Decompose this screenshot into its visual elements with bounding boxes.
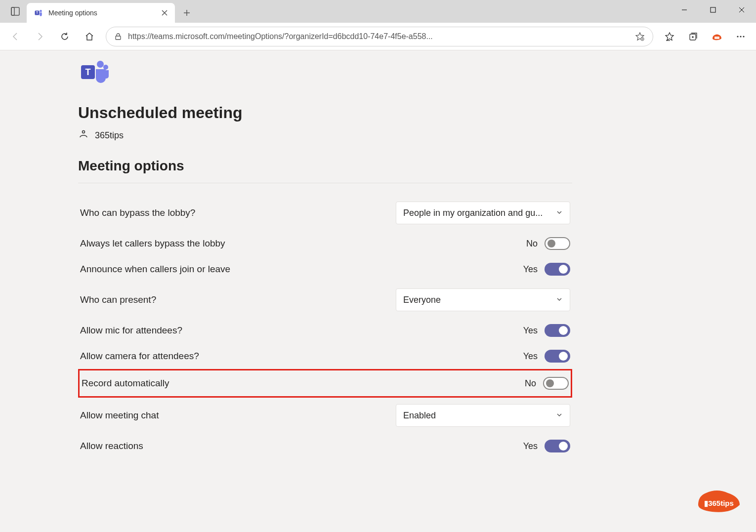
chevron-down-icon xyxy=(556,208,563,218)
toggle-label: Yes xyxy=(523,326,538,336)
teams-logo-icon: T xyxy=(78,57,110,87)
option-allow-camera: Allow camera for attendees? Yes xyxy=(78,343,572,369)
toggle-label: No xyxy=(525,378,536,389)
favorites-button[interactable] xyxy=(658,25,681,48)
minimize-button[interactable] xyxy=(670,0,699,20)
close-tab-button[interactable] xyxy=(160,8,169,17)
allow-camera-toggle[interactable] xyxy=(545,350,570,363)
watermark-365tips: ▮365tips xyxy=(695,482,743,517)
organizer-row: 365tips xyxy=(78,129,572,142)
tab-strip-button[interactable] xyxy=(4,0,27,23)
svg-rect-6 xyxy=(116,36,121,40)
toggle-label: Yes xyxy=(523,441,538,451)
dropdown-value: Everyone xyxy=(403,295,441,305)
dropdown-value: People in my organization and gu... xyxy=(403,208,543,218)
toggle-label: No xyxy=(526,239,538,249)
more-button[interactable] xyxy=(729,25,752,48)
meeting-chat-select[interactable]: Enabled xyxy=(396,404,570,427)
option-announce-callers: Announce when callers join or leave Yes xyxy=(78,256,572,282)
chevron-down-icon xyxy=(556,410,563,421)
dropdown-value: Enabled xyxy=(403,410,436,421)
svg-text:T: T xyxy=(85,67,91,77)
option-bypass-lobby: Who can bypass the lobby? People in my o… xyxy=(78,195,572,231)
option-label: Allow camera for attendees? xyxy=(80,351,199,362)
option-label: Announce when callers join or leave xyxy=(80,264,230,275)
favorite-star-icon[interactable] xyxy=(633,30,647,43)
option-allow-mic: Allow mic for attendees? Yes xyxy=(78,318,572,343)
collections-button[interactable] xyxy=(682,25,705,48)
option-label: Who can present? xyxy=(80,294,156,305)
record-automatically-toggle[interactable] xyxy=(543,377,569,390)
option-who-can-present: Who can present? Everyone xyxy=(78,282,572,318)
chevron-down-icon xyxy=(556,295,563,305)
allow-mic-toggle[interactable] xyxy=(545,324,570,337)
tab-title: Meeting options xyxy=(48,9,155,17)
bypass-lobby-select[interactable]: People in my organization and gu... xyxy=(396,202,570,224)
home-button[interactable] xyxy=(78,25,101,48)
section-title: Meeting options xyxy=(78,158,572,174)
option-label: Allow mic for attendees? xyxy=(80,325,182,336)
svg-text:▮365tips: ▮365tips xyxy=(704,499,734,507)
toggle-label: Yes xyxy=(523,264,538,275)
svg-rect-5 xyxy=(711,7,715,12)
refresh-button[interactable] xyxy=(53,25,76,48)
page-title: Unscheduled meeting xyxy=(78,104,572,122)
maximize-button[interactable] xyxy=(699,0,727,20)
who-can-present-select[interactable]: Everyone xyxy=(396,288,570,311)
toggle-label: Yes xyxy=(523,351,538,362)
option-record-automatically: Record automatically No xyxy=(78,369,572,398)
option-label: Record automatically xyxy=(82,378,169,389)
organizer-name: 365tips xyxy=(95,130,124,141)
address-bar[interactable]: https://teams.microsoft.com/meetingOptio… xyxy=(106,27,653,46)
back-button[interactable] xyxy=(4,25,27,48)
url-text: https://teams.microsoft.com/meetingOptio… xyxy=(128,32,633,41)
svg-point-17 xyxy=(83,131,85,133)
organizer-icon xyxy=(78,129,89,142)
option-label: Always let callers bypass the lobby xyxy=(80,238,225,249)
svg-rect-9 xyxy=(714,37,719,39)
svg-rect-1 xyxy=(11,7,14,15)
svg-point-4 xyxy=(40,10,42,12)
page-viewport: T Unscheduled meeting 365tips Meeting op… xyxy=(1,50,755,531)
svg-point-12 xyxy=(743,36,744,37)
announce-callers-toggle[interactable] xyxy=(545,263,570,276)
svg-point-14 xyxy=(103,65,108,70)
svg-point-11 xyxy=(740,36,741,37)
lock-icon[interactable] xyxy=(112,31,124,42)
svg-rect-0 xyxy=(11,7,19,15)
profile-button[interactable] xyxy=(706,25,728,48)
section-divider xyxy=(78,183,572,183)
option-label: Allow meeting chat xyxy=(80,410,159,421)
allow-reactions-toggle[interactable] xyxy=(545,440,570,452)
option-meeting-chat: Allow meeting chat Enabled xyxy=(78,398,572,433)
forward-button[interactable] xyxy=(29,25,51,48)
window-titlebar: T Meeting options xyxy=(0,0,756,23)
callers-bypass-toggle[interactable] xyxy=(545,237,570,250)
browser-navbar: https://teams.microsoft.com/meetingOptio… xyxy=(0,23,756,50)
option-label: Who can bypass the lobby? xyxy=(80,207,195,218)
option-callers-bypass: Always let callers bypass the lobby No xyxy=(78,231,572,256)
svg-point-10 xyxy=(737,36,738,37)
close-window-button[interactable] xyxy=(727,0,756,20)
option-label: Allow reactions xyxy=(80,441,143,451)
option-allow-reactions: Allow reactions Yes xyxy=(78,433,572,459)
browser-tab[interactable]: T Meeting options xyxy=(27,3,175,23)
teams-favicon-icon: T xyxy=(34,8,43,18)
svg-point-13 xyxy=(97,61,104,68)
new-tab-button[interactable] xyxy=(178,4,196,22)
page-scroll[interactable]: T Unscheduled meeting 365tips Meeting op… xyxy=(1,50,755,531)
